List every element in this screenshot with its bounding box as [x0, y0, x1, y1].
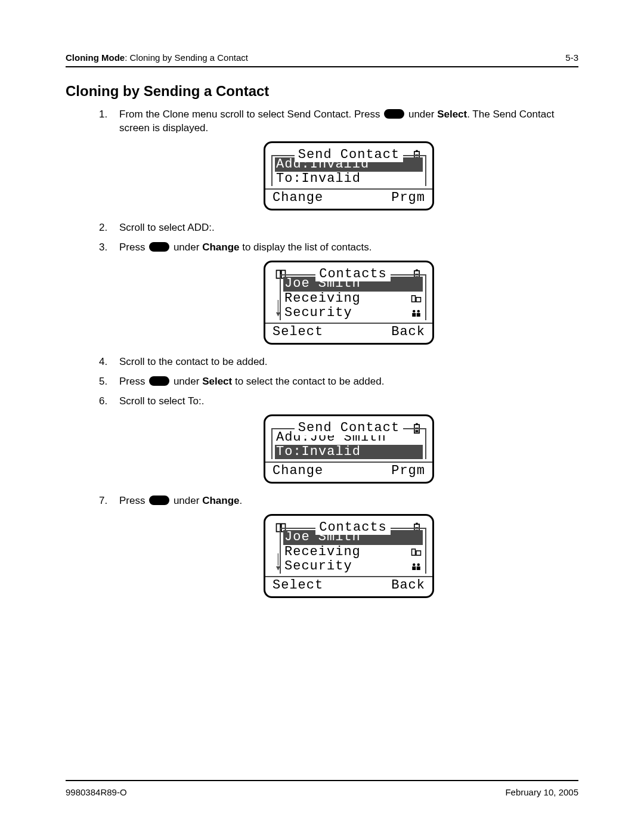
step-1-bold: Select — [437, 109, 467, 120]
scroll-arrow-icon: │▾ — [275, 555, 281, 572]
softkey-button-icon — [149, 496, 169, 505]
svg-rect-1 — [416, 150, 417, 152]
building-icon — [411, 295, 422, 303]
lcd-softkey-left: Change — [273, 464, 323, 478]
lcd-row-selected: Add:Invalid — [275, 157, 423, 172]
softkey-button-icon — [149, 242, 169, 252]
step-7-text-b: under — [171, 495, 202, 506]
lcd-softkey-left: Change — [273, 191, 323, 205]
svg-point-25 — [417, 563, 420, 566]
lcd-frame: Contacts │▾ Joe Smith Receiving Security — [280, 274, 426, 320]
step-3-bold: Change — [202, 241, 239, 253]
step-5: Press under Select to select the contact… — [99, 375, 578, 389]
svg-point-24 — [413, 563, 416, 566]
lcd-row: To:Invalid — [275, 172, 423, 186]
step-4: Scroll to the contact to be added. — [99, 355, 578, 369]
header-page-number: 5-3 — [565, 52, 578, 63]
lcd-divider — [265, 576, 432, 577]
svg-rect-5 — [416, 270, 417, 271]
lcd-softkeys: Select Back — [271, 578, 426, 594]
lcd-row: Receiving — [283, 545, 423, 559]
lcd-softkeys: Change Prgm — [271, 464, 426, 479]
svg-rect-22 — [412, 549, 416, 555]
lcd-frame: Contacts │▾ Joe Smith Receiving Security — [280, 528, 426, 574]
step-5-text-b: under — [171, 376, 202, 387]
lcd-divider — [265, 188, 432, 190]
svg-point-10 — [413, 310, 416, 313]
lcd-softkey-left: Select — [273, 325, 323, 339]
step-1: From the Clone menu scroll to select Sen… — [99, 108, 578, 210]
lcd-softkey-left: Select — [273, 578, 323, 593]
step-3-text-c: to display the list of contacts. — [239, 241, 371, 253]
page-footer: 9980384R89-O February 10, 2005 — [66, 780, 578, 797]
lcd-softkey-right: Prgm — [391, 464, 425, 478]
svg-rect-27 — [417, 566, 420, 570]
svg-rect-19 — [416, 523, 417, 525]
scroll-arrow-icon: │▾ — [275, 302, 281, 319]
step-7-bold: Change — [202, 495, 239, 506]
svg-rect-26 — [412, 566, 416, 570]
step-list: From the Clone menu scroll to select Sen… — [99, 108, 578, 598]
lcd-softkey-right: Prgm — [391, 191, 425, 205]
step-6: Scroll to select To:. Send Contact Add:J… — [99, 395, 578, 484]
svg-rect-23 — [416, 550, 421, 555]
lcd-frame: Send Contact Add:Invalid To:Invalid — [271, 155, 426, 186]
lcd-row-selected: Joe Smith — [283, 530, 423, 544]
svg-point-11 — [417, 310, 420, 313]
step-3: Press under Change to display the list o… — [99, 241, 578, 345]
page-header: Cloning Mode: Cloning by Sending a Conta… — [66, 52, 578, 63]
header-section: Cloning Mode: Cloning by Sending a Conta… — [66, 52, 248, 63]
lcd-divider — [265, 323, 432, 324]
lcd-row: Receiving — [283, 292, 423, 306]
lcd-frame: Send Contact Add:Joe Smith To:Invalid — [271, 428, 426, 459]
svg-rect-9 — [416, 297, 421, 302]
svg-rect-13 — [417, 313, 420, 317]
header-rule — [66, 66, 578, 67]
header-section-rest: : Cloning by Sending a Contact — [125, 52, 248, 63]
step-7: Press under Change. Contacts │▾ — [99, 494, 578, 598]
footer-rule — [66, 780, 578, 781]
step-5-text-c: to select the contact to be added. — [232, 376, 384, 387]
header-section-bold: Cloning Mode — [66, 52, 125, 63]
lcd-row-selected: To:Invalid — [275, 445, 423, 459]
step-7-text-a: Press — [119, 495, 148, 506]
step-7-text-c: . — [239, 495, 242, 506]
lcd-screen-contacts-2: Contacts │▾ Joe Smith Receiving Security… — [264, 514, 434, 598]
step-5-text-a: Press — [119, 376, 148, 387]
footer-date: February 10, 2005 — [505, 787, 578, 797]
step-3-text-b: under — [171, 241, 202, 253]
lcd-screen-send-contact-2: Send Contact Add:Joe Smith To:Invalid Ch… — [264, 414, 434, 484]
lcd-softkeys: Change Prgm — [271, 191, 426, 206]
step-5-bold: Select — [202, 376, 232, 387]
step-6-text: Scroll to select To:. — [119, 395, 204, 407]
lcd-row: Security — [283, 559, 423, 574]
footer-doc-id: 9980384R89-O — [66, 787, 127, 797]
svg-rect-8 — [412, 295, 416, 302]
lcd-softkey-right: Back — [391, 578, 425, 593]
lcd-screen-send-contact-1: Send Contact Add:Invalid To:Invalid Chan… — [264, 141, 434, 211]
step-1-text-b: under — [405, 109, 437, 120]
lcd-row-selected: Joe Smith — [283, 277, 423, 291]
step-1-text-a: From the Clone menu scroll to select Sen… — [119, 109, 383, 120]
building-icon — [411, 548, 422, 556]
people-icon — [411, 562, 422, 571]
lcd-screen-contacts-1: Contacts │▾ Joe Smith Receiving Security… — [264, 261, 434, 345]
lcd-softkey-right: Back — [391, 325, 425, 339]
lcd-row: Add:Joe Smith — [275, 431, 423, 445]
svg-rect-12 — [412, 313, 416, 317]
softkey-button-icon — [384, 109, 404, 119]
people-icon — [411, 309, 422, 317]
lcd-divider — [265, 462, 432, 463]
svg-rect-15 — [416, 423, 417, 425]
step-3-text-a: Press — [119, 241, 148, 253]
step-2: Scroll to select ADD:. — [99, 221, 578, 235]
lcd-softkeys: Select Back — [271, 325, 426, 340]
lcd-row: Security — [283, 306, 423, 320]
section-title: Cloning by Sending a Contact — [66, 83, 578, 100]
softkey-button-icon — [149, 376, 169, 386]
